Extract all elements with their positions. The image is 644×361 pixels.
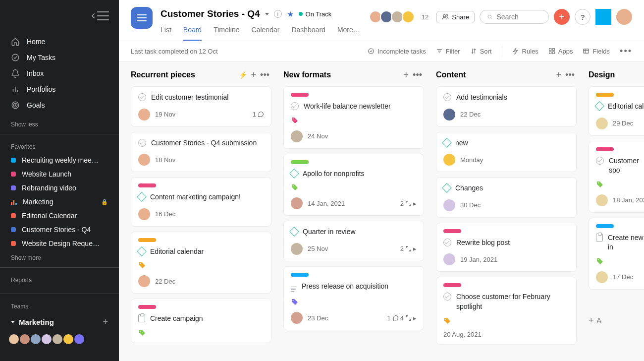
toolbar-more-icon[interactable]: ••• <box>620 47 632 56</box>
favorite-item[interactable]: Recruiting weekly mee… <box>0 153 119 167</box>
status-chip[interactable]: On Track <box>299 10 332 18</box>
add-card-icon[interactable]: + <box>404 70 409 79</box>
task-card[interactable]: Press release on acquisition23 Dec1 4 ▸ <box>283 266 424 331</box>
task-card[interactable]: Editorial cale29 Dec <box>589 86 644 136</box>
sidebar-item-portfolios[interactable]: Portfolios <box>0 81 119 97</box>
assignee-avatar[interactable] <box>291 197 303 209</box>
task-card[interactable]: Changes30 Dec <box>436 177 577 218</box>
sidebar-item-goals[interactable]: Goals <box>0 97 119 113</box>
column-menu-icon[interactable]: ••• <box>413 70 422 79</box>
tool-rules[interactable]: Rules <box>512 48 538 55</box>
show-less-link[interactable]: Show less <box>0 117 119 132</box>
tab-list[interactable]: List <box>161 26 171 41</box>
assignee-avatar[interactable] <box>138 275 150 287</box>
complete-icon[interactable] <box>443 93 451 101</box>
search-field[interactable] <box>480 10 549 24</box>
sidebar-item-home[interactable]: Home <box>0 34 119 50</box>
favorite-item[interactable]: Website Launch <box>0 167 119 181</box>
project-icon[interactable] <box>131 7 153 29</box>
approval-icon[interactable] <box>596 234 603 241</box>
task-card[interactable]: Quarter in review25 Nov2 ▸ <box>283 221 424 261</box>
favorite-item[interactable]: Rebranding video <box>0 181 119 195</box>
milestone-icon[interactable] <box>137 192 147 202</box>
assignee-avatar[interactable] <box>443 253 455 265</box>
task-card[interactable]: Add testimonials22 Dec <box>436 86 577 127</box>
task-card[interactable]: newMonday <box>436 132 577 173</box>
complete-icon[interactable] <box>443 293 451 301</box>
tool-incomplete-tasks[interactable]: Incomplete tasks <box>368 48 426 55</box>
task-card[interactable]: Rewrite blog post19 Jan, 2021 <box>436 223 577 272</box>
tab-board[interactable]: Board <box>183 26 202 41</box>
favorite-item[interactable]: Customer Stories - Q4 <box>0 223 119 237</box>
task-card[interactable]: Editorial calendar22 Dec <box>131 232 271 294</box>
tool-sort[interactable]: Sort <box>470 48 492 55</box>
star-icon[interactable]: ★ <box>287 9 294 19</box>
milestone-icon[interactable] <box>289 169 299 179</box>
favorite-item[interactable]: Marketing🔒 <box>0 195 119 209</box>
global-add-button[interactable]: + <box>554 9 570 25</box>
approval-icon[interactable] <box>138 314 145 322</box>
assignee-avatar[interactable] <box>138 208 150 220</box>
task-card[interactable]: Choose customer for February spotlight20… <box>436 277 577 344</box>
assignee-avatar[interactable] <box>291 312 303 324</box>
add-team-icon[interactable]: + <box>103 317 108 327</box>
complete-icon[interactable] <box>596 157 604 165</box>
assignee-avatar[interactable] <box>596 194 608 206</box>
complete-icon[interactable] <box>138 139 146 147</box>
column-title[interactable]: New formats <box>283 70 400 79</box>
member-stack[interactable] <box>371 10 415 23</box>
milestone-icon[interactable] <box>594 101 604 111</box>
sidebar-item-inbox[interactable]: Inbox <box>0 65 119 81</box>
tool-fields[interactable]: Fields <box>583 48 610 55</box>
add-card-icon[interactable]: + <box>251 70 257 79</box>
task-card[interactable]: Apollo for nonprofits14 Jan, 20212 ▸ <box>283 154 424 216</box>
assignee-avatar[interactable] <box>596 271 608 283</box>
avatar[interactable] <box>19 333 31 345</box>
favorite-item[interactable]: Editorial Calendar <box>0 209 119 223</box>
column-menu-icon[interactable]: ••• <box>260 70 269 79</box>
favorite-item[interactable]: Website Design Reque… <box>0 237 119 250</box>
tab-calendar[interactable]: Calendar <box>252 26 280 41</box>
avatar[interactable] <box>30 333 42 345</box>
task-card[interactable]: Edit customer testimonial19 Nov1 <box>131 86 271 127</box>
complete-icon[interactable] <box>138 93 146 101</box>
bolt-icon[interactable]: ⚡ <box>239 71 247 79</box>
complete-icon[interactable] <box>443 239 451 246</box>
assignee-avatar[interactable] <box>443 154 455 166</box>
avatar[interactable] <box>62 333 74 345</box>
tool-apps[interactable]: Apps <box>548 48 573 55</box>
column-title[interactable]: Design <box>589 70 644 79</box>
tab-dashboard[interactable]: Dashboard <box>291 26 325 41</box>
task-card[interactable]: Customer Stories - Q4 submission18 Nov <box>131 132 271 173</box>
board[interactable]: Recurrent pieces⚡+•••Edit customer testi… <box>119 61 644 361</box>
help-button[interactable]: ? <box>575 9 590 25</box>
column-title[interactable]: Content <box>436 70 552 79</box>
assignee-avatar[interactable] <box>443 109 455 120</box>
assignee-avatar[interactable] <box>138 154 150 166</box>
tab-timeline[interactable]: Timeline <box>214 26 239 41</box>
assignee-avatar[interactable] <box>138 109 150 120</box>
team-marketing[interactable]: Marketing + <box>0 313 119 331</box>
task-card[interactable]: Content marketing campaign!16 Dec <box>131 177 271 227</box>
share-button[interactable]: Share <box>436 11 475 23</box>
user-avatar[interactable] <box>616 9 632 25</box>
assignee-avatar[interactable] <box>291 243 303 255</box>
collapse-sidebar-button[interactable] <box>97 11 109 20</box>
assignee-avatar[interactable] <box>596 118 608 129</box>
task-card[interactable]: Customer spo18 Jan, 2021 <box>589 141 644 213</box>
milestone-icon[interactable] <box>289 227 299 237</box>
avatar[interactable] <box>41 333 53 345</box>
column-menu-icon[interactable]: ••• <box>565 70 575 79</box>
add-section-button[interactable]: + A <box>589 315 644 326</box>
upgrade-button[interactable] <box>595 9 611 25</box>
assignee-avatar[interactable] <box>291 130 303 142</box>
milestone-icon[interactable] <box>137 246 147 256</box>
info-icon[interactable]: i <box>274 10 282 18</box>
search-input[interactable] <box>497 13 541 21</box>
project-dropdown-icon[interactable] <box>265 13 269 15</box>
project-title[interactable]: Customer Stories - Q4 <box>161 8 260 19</box>
column-title[interactable]: Recurrent pieces <box>131 70 235 79</box>
avatar[interactable] <box>52 333 63 345</box>
tool-filter[interactable]: Filter <box>436 48 460 55</box>
sidebar-item-my-tasks[interactable]: My Tasks <box>0 50 119 65</box>
